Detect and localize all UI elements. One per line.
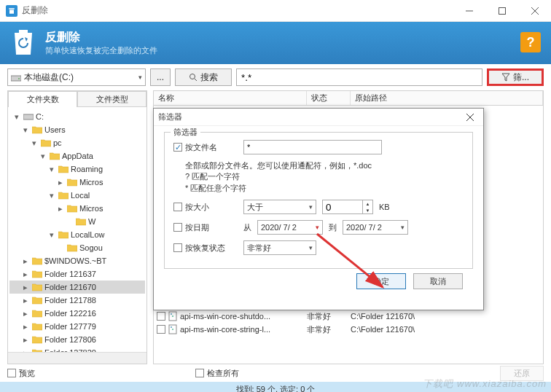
tree-item[interactable]: ▸Folder 121637 bbox=[9, 267, 145, 281]
tree-label: Local bbox=[71, 191, 90, 200]
header-title: 反删除 bbox=[45, 30, 157, 45]
file-icon bbox=[168, 311, 178, 321]
filename-input[interactable] bbox=[243, 140, 382, 154]
chevron-down-icon: ▾ bbox=[138, 74, 142, 81]
spinner-buttons[interactable]: ▲▼ bbox=[362, 200, 372, 213]
folder-tree[interactable]: ▾C:▾Users▾pc▾AppData▾Roaming▸Micros▾Loca… bbox=[8, 107, 146, 352]
search-icon bbox=[189, 73, 198, 82]
list-row[interactable]: api-ms-win-core-string-l...非常好C:\Folder … bbox=[154, 323, 543, 336]
tree-toggle[interactable]: ▸ bbox=[21, 335, 30, 345]
pattern-input[interactable] bbox=[236, 68, 482, 86]
tree-item[interactable]: ▸Folder 121670 bbox=[9, 281, 145, 294]
tree-label: pc bbox=[53, 138, 62, 147]
by-name-checkbox[interactable]: ✓ bbox=[173, 143, 182, 152]
dialog-close-button[interactable] bbox=[461, 110, 479, 125]
tree-label: Micros bbox=[79, 204, 103, 213]
tree-toggle[interactable]: ▾ bbox=[47, 165, 56, 174]
titlebar: 反删除 bbox=[0, 0, 551, 22]
tree-item[interactable]: ▸$WINDOWS.~BT bbox=[9, 254, 145, 267]
browse-button[interactable]: ... bbox=[150, 68, 171, 86]
close-button[interactable] bbox=[518, 0, 551, 22]
col-status[interactable]: 状态 bbox=[307, 91, 351, 105]
tree-scrollbar-h[interactable] bbox=[8, 352, 146, 364]
tree-item[interactable]: ▸Folder 121788 bbox=[9, 294, 145, 307]
tree-item[interactable]: ▾Local bbox=[9, 189, 145, 202]
minimize-button[interactable] bbox=[453, 0, 485, 22]
header-subtitle: 简单快速恢复被完全删除的文件 bbox=[45, 45, 157, 56]
svg-point-9 bbox=[171, 326, 172, 328]
tree-toggle[interactable]: ▸ bbox=[56, 204, 65, 213]
tree-toggle[interactable]: ▾ bbox=[30, 138, 39, 148]
preview-checkbox[interactable]: 预览 bbox=[7, 368, 35, 379]
search-button[interactable]: 搜索 bbox=[175, 68, 232, 86]
tree-toggle[interactable]: ▸ bbox=[56, 178, 65, 187]
toolbar: 本地磁盘(C:) ▾ ... 搜索 筛... bbox=[0, 64, 551, 90]
recovery-select[interactable]: 非常好▾ bbox=[243, 240, 316, 255]
size-value-spinner[interactable]: ▲▼ bbox=[322, 200, 373, 214]
tree-toggle[interactable]: ▸ bbox=[21, 309, 30, 318]
tree-label: Folder 121670 bbox=[44, 283, 96, 291]
row-path: C:\Folder 121670\ bbox=[351, 312, 543, 321]
tree-item[interactable]: ▸Folder 127820 bbox=[9, 346, 145, 352]
drive-select[interactable]: 本地磁盘(C:) ▾ bbox=[7, 68, 146, 86]
ok-button[interactable]: 确定 bbox=[356, 273, 406, 289]
tree-item[interactable]: ▸Micros bbox=[9, 176, 145, 189]
chevron-down-icon: ▾ bbox=[316, 224, 319, 231]
tree-toggle[interactable]: ▾ bbox=[39, 152, 47, 161]
filter-button[interactable]: 筛... bbox=[487, 68, 544, 86]
checkall-checkbox[interactable]: 检查所有 bbox=[195, 368, 239, 379]
cancel-button[interactable]: 取消 bbox=[413, 273, 463, 289]
tree-toggle[interactable]: ▾ bbox=[47, 230, 56, 240]
svg-rect-1 bbox=[11, 76, 21, 81]
tree-item[interactable]: ▾pc bbox=[9, 136, 145, 149]
tree-item[interactable]: ▾Users bbox=[9, 123, 145, 136]
tree-item[interactable]: ▾LocalLow bbox=[9, 228, 145, 241]
col-name[interactable]: 名称 bbox=[154, 91, 307, 105]
date-from-picker[interactable]: 2020/ 7/ 2▾ bbox=[257, 220, 323, 235]
row-path: C:\Folder 121670\ bbox=[351, 325, 543, 334]
tree-toggle[interactable]: ▾ bbox=[47, 191, 56, 200]
tree-item[interactable]: ▸Folder 127779 bbox=[9, 320, 145, 333]
tab-folders[interactable]: 文件夹数 bbox=[8, 91, 77, 107]
tree-item[interactable]: ▸Folder 122216 bbox=[9, 307, 145, 320]
col-path[interactable]: 原始路径 bbox=[351, 91, 543, 105]
row-name: api-ms-win-core-string-l... bbox=[180, 325, 270, 334]
tab-filetypes[interactable]: 文件类型 bbox=[77, 91, 146, 107]
row-checkbox[interactable] bbox=[157, 325, 165, 334]
tree-label: W bbox=[88, 217, 95, 226]
maximize-button[interactable] bbox=[485, 0, 518, 22]
tree-item[interactable]: ▾Roaming bbox=[9, 162, 145, 176]
tree-label: AppData bbox=[62, 152, 93, 160]
by-date-checkbox[interactable] bbox=[173, 223, 182, 232]
filename-hint: 全部或部分文件名。您可以使用通配符，例如，*.doc ? 匹配一个字符 * 匹配… bbox=[185, 160, 464, 194]
tree-label: Folder 122216 bbox=[44, 309, 96, 318]
tree-toggle[interactable]: ▸ bbox=[21, 256, 30, 266]
undelete-icon bbox=[10, 28, 36, 58]
tree-item[interactable]: ▾AppData bbox=[9, 149, 145, 162]
tree-label: Micros bbox=[79, 178, 103, 187]
tree-toggle[interactable]: ▾ bbox=[12, 112, 21, 122]
tree-item[interactable]: ▾C: bbox=[9, 110, 145, 123]
tree-toggle[interactable]: ▸ bbox=[21, 348, 30, 353]
tree-toggle[interactable]: ▸ bbox=[21, 283, 30, 292]
tree-toggle[interactable]: ▾ bbox=[21, 125, 30, 135]
tree-label: $WINDOWS.~BT bbox=[44, 256, 106, 265]
tree-item[interactable]: Sogou bbox=[9, 241, 145, 254]
tree-label: Folder 127806 bbox=[44, 335, 96, 344]
by-recovery-checkbox[interactable] bbox=[173, 243, 182, 252]
by-size-checkbox[interactable] bbox=[173, 203, 182, 211]
tree-label: C: bbox=[36, 112, 44, 121]
svg-point-2 bbox=[18, 78, 20, 79]
tree-toggle[interactable]: ▸ bbox=[21, 270, 30, 279]
tree-item[interactable]: ▸Micros bbox=[9, 202, 145, 215]
help-button[interactable]: ? bbox=[520, 32, 541, 52]
size-op-select[interactable]: 大于▾ bbox=[243, 200, 316, 214]
tree-toggle[interactable]: ▸ bbox=[21, 322, 30, 332]
date-to-picker[interactable]: 2020/ 7/ 2▾ bbox=[343, 220, 408, 235]
tree-item[interactable]: ▸Folder 127806 bbox=[9, 333, 145, 346]
tree-item[interactable]: W bbox=[9, 215, 145, 228]
row-checkbox[interactable] bbox=[157, 312, 165, 321]
tree-toggle[interactable]: ▸ bbox=[21, 296, 30, 305]
tree-label: Folder 121637 bbox=[44, 270, 96, 278]
list-row[interactable]: api-ms-win-core-shutdo...非常好C:\Folder 12… bbox=[154, 310, 543, 323]
